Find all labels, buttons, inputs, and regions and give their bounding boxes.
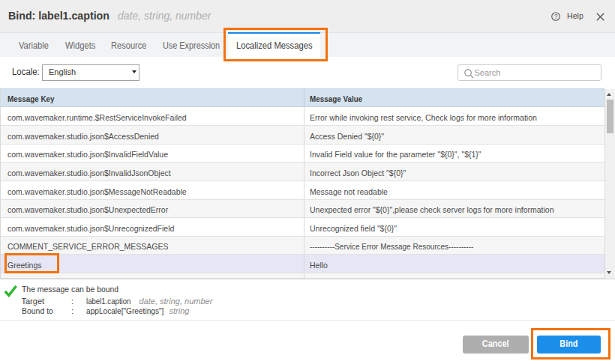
svg-text:?: ? (554, 13, 558, 20)
